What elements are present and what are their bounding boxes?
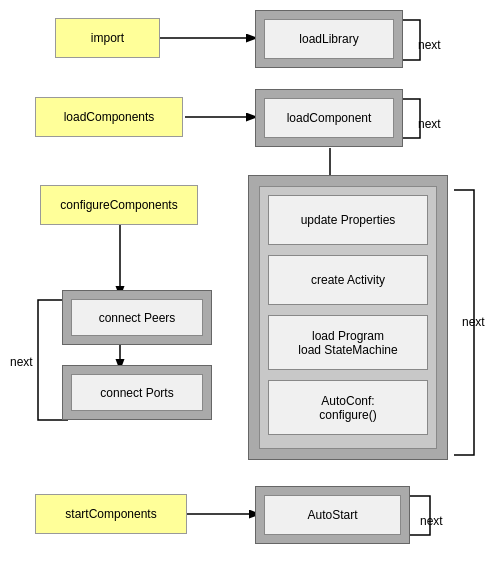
autostart-inner: AutoStart: [264, 495, 401, 535]
configure-components-box: configureComponents: [40, 185, 198, 225]
load-program-box: load Program load StateMachine: [268, 315, 428, 370]
next-label-2: next: [418, 117, 441, 131]
connect-peers-inner: connect Peers: [71, 299, 203, 336]
diagram: import loadLibrary next loadComponents l…: [0, 0, 503, 580]
import-box: import: [55, 18, 160, 58]
load-component-outer: loadComponent: [255, 89, 403, 147]
connect-ports-inner: connect Ports: [71, 374, 203, 411]
load-component-inner: loadComponent: [264, 98, 394, 138]
load-components-box: loadComponents: [35, 97, 183, 137]
connect-peers-outer: connect Peers: [62, 290, 212, 345]
load-library-outer: loadLibrary: [255, 10, 403, 68]
next-label-left: next: [10, 355, 33, 369]
next-label-3: next: [462, 315, 485, 329]
load-library-inner: loadLibrary: [264, 19, 394, 59]
create-activity-box: create Activity: [268, 255, 428, 305]
autostart-outer: AutoStart: [255, 486, 410, 544]
connect-ports-outer: connect Ports: [62, 365, 212, 420]
big-outer: update Properties create Activity load P…: [248, 175, 448, 460]
autoconf-box: AutoConf: configure(): [268, 380, 428, 435]
update-properties-box: update Properties: [268, 195, 428, 245]
next-label-4: next: [420, 514, 443, 528]
next-label-1: next: [418, 38, 441, 52]
start-components-box: startComponents: [35, 494, 187, 534]
